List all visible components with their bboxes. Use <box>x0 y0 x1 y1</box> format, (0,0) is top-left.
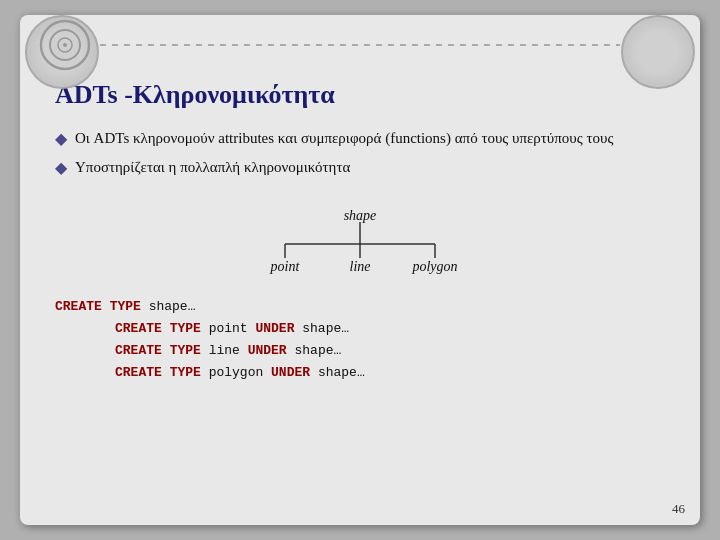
code-keyword-create-3: CREATE <box>115 340 162 362</box>
code-keyword-type-4: TYPE <box>170 362 201 384</box>
code-space-1a <box>102 296 110 318</box>
code-line-4: CREATE TYPE polygon UNDER shape… <box>115 362 665 384</box>
svg-point-3 <box>63 43 67 47</box>
code-keyword-create-2: CREATE <box>115 318 162 340</box>
code-under-4: UNDER <box>271 362 310 384</box>
bullet-diamond-icon-2: ◆ <box>55 158 67 177</box>
code-keyword-create-4: CREATE <box>115 362 162 384</box>
code-space-4a <box>162 362 170 384</box>
tree-child-line: line <box>350 259 371 274</box>
bullet-text-2: Υποστηρίζεται η πολλαπλή κληρονομικότητα <box>75 157 350 178</box>
code-space-3a <box>162 340 170 362</box>
code-keyword-create-1: CREATE <box>55 296 102 318</box>
slide-content: ADTs -Κληρονομικότητα ◆ Οι ADTs κληρονομ… <box>20 75 700 525</box>
tree-child-polygon: polygon <box>411 259 457 274</box>
code-under-3: UNDER <box>248 340 287 362</box>
code-keyword-type-2: TYPE <box>170 318 201 340</box>
code-shape-1: shape… <box>141 296 196 318</box>
slide: ADTs -Κληρονομικότητα ◆ Οι ADTs κληρονομ… <box>20 15 700 525</box>
bullet-item-2: ◆ Υποστηρίζεται η πολλαπλή κληρονομικότη… <box>55 157 665 178</box>
code-under-2: UNDER <box>255 318 294 340</box>
code-point-label: point <box>201 318 256 340</box>
svg-point-6 <box>648 38 662 52</box>
code-line-3: CREATE TYPE line UNDER shape… <box>115 340 665 362</box>
code-shape-4: shape… <box>310 362 365 384</box>
code-keyword-type-1: TYPE <box>110 296 141 318</box>
svg-point-4 <box>631 21 679 69</box>
page-number: 46 <box>672 501 685 517</box>
right-column-ornament <box>625 18 685 73</box>
tree-diagram: shape point line polygon <box>55 206 665 281</box>
code-keyword-type-3: TYPE <box>170 340 201 362</box>
left-column-ornament <box>35 18 95 73</box>
code-polygon-label: polygon <box>201 362 271 384</box>
tree-svg: shape point line polygon <box>220 206 500 281</box>
slide-header-decoration <box>20 15 700 75</box>
bullet-item-1: ◆ Οι ADTs κληρονομούν attributes και συμ… <box>55 128 665 149</box>
bullet-text-1: Οι ADTs κληρονομούν attributes και συμπε… <box>75 128 613 149</box>
svg-point-7 <box>653 43 657 47</box>
slide-title: ADTs -Κληρονομικότητα <box>55 80 665 110</box>
header-decorative-line <box>100 44 620 46</box>
code-shape-2: shape… <box>294 318 349 340</box>
code-line-label: line <box>201 340 248 362</box>
bullet-diamond-icon-1: ◆ <box>55 129 67 148</box>
code-space-2a <box>162 318 170 340</box>
tree-child-point: point <box>270 259 301 274</box>
code-section: CREATE TYPE shape… CREATE TYPE point UND… <box>55 296 665 384</box>
code-shape-3: shape… <box>287 340 342 362</box>
svg-point-5 <box>640 30 670 60</box>
code-line-1: CREATE TYPE shape… <box>55 296 665 318</box>
bullet-section: ◆ Οι ADTs κληρονομούν attributes και συμ… <box>55 128 665 186</box>
tree-root-label: shape <box>344 208 377 223</box>
code-line-2: CREATE TYPE point UNDER shape… <box>115 318 665 340</box>
